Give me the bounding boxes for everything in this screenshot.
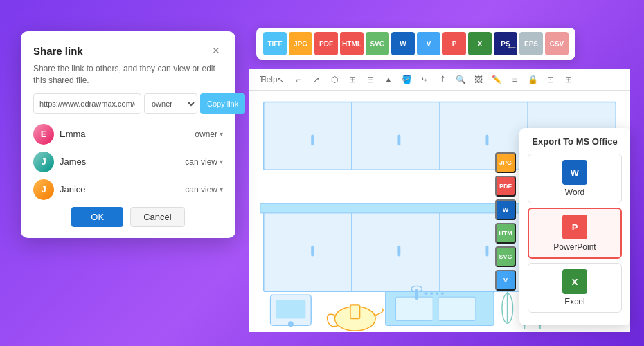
toolbar-icon-line[interactable]: ⊟ (363, 72, 378, 87)
user-role-emma[interactable]: owner ▾ (195, 129, 223, 139)
format-pdf-button[interactable]: PDF (314, 32, 338, 55)
svg-rect-12 (311, 246, 314, 257)
user-row-emma: E Emma owner ▾ (33, 124, 223, 145)
cancel-button[interactable]: Cancel (130, 207, 184, 227)
user-row-james: J James can view ▾ (33, 152, 223, 172)
avatar-james: J (33, 152, 54, 172)
svg-rect-20 (415, 289, 418, 300)
dialog-actions: OK Cancel (33, 207, 223, 227)
toolbar-icon-paint[interactable]: 🪣 (399, 72, 414, 87)
canvas-toolbar: T ↖ ⌐ ↗ ⬡ ⊞ ⊟ ▲ 🪣 ⤷ ⤴ 🔍 🖼 ✏️ ≡ 🔒 ⊡ ⊞ (249, 69, 630, 91)
export-ppt-label: PowerPoint (553, 242, 596, 252)
svg-point-34 (288, 321, 294, 327)
side-svg-button[interactable]: SVG (495, 246, 516, 267)
dialog-header: Share link ✕ (33, 44, 223, 57)
username-janice: Janice (60, 184, 86, 194)
format-ppt-button[interactable]: P (442, 32, 466, 55)
toolbar-icon-shapes[interactable]: ⬡ (327, 72, 342, 87)
export-excel-label: Excel (564, 297, 584, 307)
export-excel-icon: X (562, 269, 587, 294)
toolbar-icon-layout[interactable]: ⊡ (543, 72, 558, 87)
export-ppt-icon: P (562, 215, 587, 239)
format-jpg-button[interactable]: JPG (289, 32, 312, 55)
format-tiff-button[interactable]: TIFF (263, 32, 287, 55)
username-james: James (60, 156, 86, 167)
export-word-item[interactable]: W Word (528, 154, 622, 203)
role-label-janice: can view (185, 185, 217, 194)
user-role-janice[interactable]: can view ▾ (185, 185, 223, 194)
format-eps-button[interactable]: EPS (519, 32, 543, 55)
format-word-button[interactable]: W (391, 32, 415, 55)
link-role-select[interactable]: owner can view can edit (144, 93, 197, 114)
toolbar-icon-pen[interactable]: ✏️ (489, 72, 504, 87)
export-panel-title: Export To MS Office (528, 136, 622, 147)
export-panel: Export To MS Office W Word P PowerPoint … (519, 128, 630, 325)
share-link-dialog: Share link ✕ Share the link to others, a… (21, 31, 235, 238)
toolbar-icon-mountain[interactable]: ▲ (381, 72, 396, 87)
toolbar-icon-lines[interactable]: ≡ (507, 72, 522, 87)
user-role-james[interactable]: can view ▾ (185, 157, 223, 167)
toolbar-icon-arrow[interactable]: ↗ (309, 72, 324, 87)
svg-point-25 (441, 292, 444, 295)
side-jpg-button[interactable]: JPG (495, 152, 516, 173)
chevron-james: ▾ (220, 158, 223, 165)
format-csv-button[interactable]: CSV (545, 32, 569, 55)
export-excel-item[interactable]: X Excel (528, 263, 622, 313)
svg-rect-33 (276, 300, 305, 318)
svg-rect-13 (397, 246, 400, 257)
svg-rect-18 (395, 297, 433, 320)
export-word-icon: W (562, 160, 587, 185)
role-label-emma: owner (195, 129, 217, 139)
svg-rect-6 (485, 134, 488, 145)
side-v-button[interactable]: V (495, 270, 516, 291)
copy-link-button[interactable]: Copy link (200, 93, 245, 114)
username-emma: Emma (60, 129, 86, 139)
toolbar-icon-lock[interactable]: 🔒 (525, 72, 540, 87)
side-pdf-button[interactable]: PDF (495, 176, 516, 197)
export-word-label: Word (565, 188, 584, 197)
svg-rect-4 (311, 134, 314, 145)
link-row: owner can view can edit Copy link (33, 93, 223, 114)
user-info-emma: E Emma (33, 124, 86, 145)
toolbar-icon-grid[interactable]: ⊞ (561, 72, 576, 87)
user-info-james: J James (33, 152, 86, 172)
chevron-emma: ▾ (220, 130, 223, 138)
help-label: Help (260, 75, 278, 84)
export-powerpoint-item[interactable]: P PowerPoint (528, 208, 622, 259)
ok-button[interactable]: OK (71, 207, 123, 227)
avatar-janice: J (33, 179, 54, 200)
format-toolbar: TIFF JPG PDF HTML SVG W V P X PS EPS CSV (256, 28, 575, 60)
dialog-description: Share the link to others, and they can v… (33, 63, 223, 86)
dialog-title: Share link (33, 45, 83, 57)
side-toolbar: JPG PDF W HTM SVG V (495, 152, 516, 291)
role-label-james: can view (185, 157, 217, 167)
arrow-indicator: ← (506, 40, 518, 55)
side-word-button[interactable]: W (495, 199, 516, 220)
svg-point-23 (430, 292, 433, 295)
toolbar-icon-table[interactable]: ⊞ (345, 72, 360, 87)
dialog-close-button[interactable]: ✕ (209, 44, 223, 57)
svg-rect-19 (438, 297, 476, 320)
avatar-emma: E (33, 124, 54, 145)
format-svg-button[interactable]: SVG (366, 32, 389, 55)
format-html-button[interactable]: HTML (340, 32, 364, 55)
svg-point-24 (436, 292, 438, 295)
svg-rect-36 (350, 305, 360, 319)
toolbar-icon-corner[interactable]: ⌐ (291, 72, 306, 87)
user-row-janice: J Janice can view ▾ (33, 179, 223, 200)
format-v-button[interactable]: V (417, 32, 440, 55)
toolbar-icon-zoom[interactable]: 🔍 (453, 72, 468, 87)
toolbar-icon-path[interactable]: ⤴ (435, 72, 450, 87)
toolbar-icon-connector[interactable]: ⤷ (417, 72, 432, 87)
svg-rect-5 (397, 134, 400, 145)
side-html-button[interactable]: HTM (495, 223, 516, 244)
svg-rect-14 (485, 246, 488, 257)
svg-point-22 (424, 292, 427, 295)
link-input[interactable] (33, 93, 141, 114)
toolbar-icon-image[interactable]: 🖼 (471, 72, 486, 87)
user-info-janice: J Janice (33, 179, 86, 200)
format-xls-button[interactable]: X (468, 32, 492, 55)
chevron-janice: ▾ (220, 185, 223, 193)
